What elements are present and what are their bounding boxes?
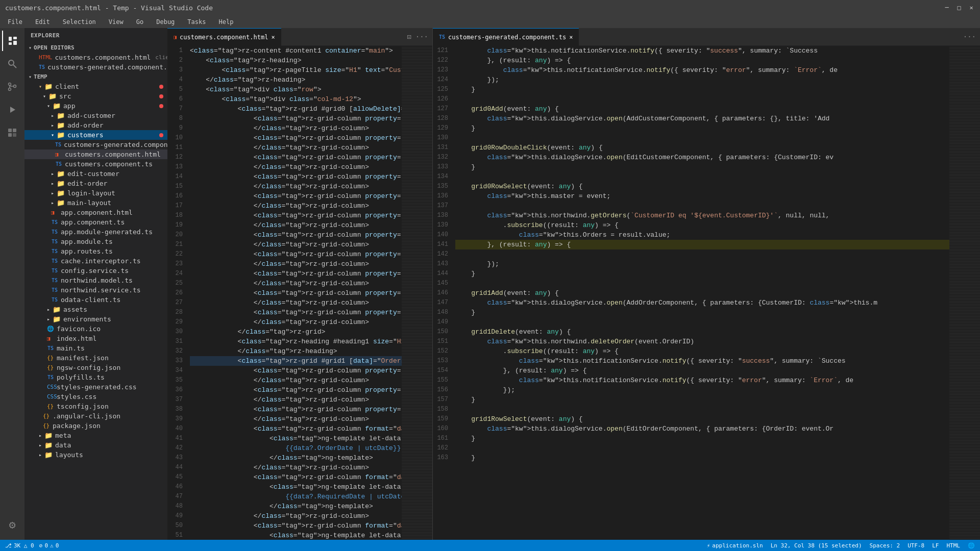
sidebar-file-main-ts[interactable]: TS main.ts [24, 343, 167, 353]
add-customer-folder-icon: 📁 [57, 112, 65, 119]
sidebar-file-app-routes[interactable]: TS app.routes.ts [24, 246, 167, 256]
menu-view[interactable]: View [106, 17, 126, 27]
sidebar-file-customers-html[interactable]: ◨ customers.component.html [24, 149, 167, 159]
ts-icon-oc: TS [51, 297, 58, 303]
sidebar-file-northwind-model[interactable]: TS northwind.model.ts [24, 276, 167, 285]
status-cursor[interactable]: Ln 32, Col 38 (15 selected) [771, 542, 862, 549]
settings-activity-icon[interactable]: ⚙ [2, 514, 22, 535]
source-control-activity-icon[interactable] [2, 77, 22, 97]
status-encoding[interactable]: UTF-8 [908, 542, 924, 549]
status-feedback[interactable]: 🌐 [968, 542, 975, 549]
sidebar-file-cache-interceptor[interactable]: TS cache.interceptor.ts [24, 256, 167, 266]
menu-help[interactable]: Help [216, 17, 236, 27]
sidebar-folder-data[interactable]: 📁 data [24, 440, 167, 450]
sidebar-folder-edit-order[interactable]: 📁 edit-order [24, 179, 167, 188]
temp-section[interactable]: Temp [24, 72, 167, 82]
sidebar-file-app-module-gen[interactable]: TS app.module-generated.ts [24, 227, 167, 237]
error-count: 0 [44, 542, 48, 549]
status-git[interactable]: ⎇ 3K △ 0 [5, 542, 34, 549]
sidebar-folder-environments[interactable]: 📁 environments [24, 314, 167, 324]
sidebar-folder-layouts[interactable]: 📁 layouts [24, 450, 167, 460]
search-activity-icon[interactable] [2, 54, 22, 74]
data-chevron [39, 442, 42, 448]
sidebar-file-config-service[interactable]: TS config.service.ts [24, 266, 167, 276]
minimize-button[interactable]: ─ [943, 4, 950, 11]
open-editor-left[interactable]: HTML customers.component.html client/src… [24, 53, 167, 62]
left-tab-close[interactable]: × [271, 34, 275, 41]
sidebar-file-tsconfig[interactable]: {} tsconfig.json [24, 402, 167, 411]
sidebar-file-manifest-json[interactable]: {} manifest.json [24, 353, 167, 363]
sidebar-file-polyfills[interactable]: TS polyfills.ts [24, 372, 167, 382]
polyfills-label: polyfills.ts [57, 373, 105, 381]
sidebar-file-index-html[interactable]: ◨ index.html [24, 334, 167, 343]
left-tab-html-icon: ◨ [174, 34, 177, 40]
sidebar-folder-customers[interactable]: 📁 customers [24, 130, 167, 140]
layouts-folder-icon: 📁 [44, 451, 53, 459]
sidebar-folder-src[interactable]: 📁 src [24, 91, 167, 101]
left-tab-actions: ⊡ ··· [407, 33, 432, 41]
git-branch-icon: ⎇ [5, 542, 12, 549]
open-editor-right[interactable]: TS customers-generated.component.ts 9 [24, 62, 167, 72]
close-button[interactable]: ✕ [968, 4, 975, 11]
meta-chevron [39, 433, 42, 438]
sidebar-folder-client[interactable]: 📁 client [24, 82, 167, 91]
sidebar-file-styles-css[interactable]: CSS styles.css [24, 392, 167, 402]
sidebar-folder-app[interactable]: 📁 app [24, 101, 167, 111]
right-more-actions-icon[interactable]: ··· [963, 33, 976, 41]
sidebar-file-customers-generated[interactable]: TS customers-generated.component.ts 9 [24, 140, 167, 149]
menu-edit[interactable]: Edit [33, 17, 53, 27]
sidebar-folder-assets[interactable]: 📁 assets [24, 305, 167, 314]
sidebar-folder-meta[interactable]: 📁 meta [24, 431, 167, 440]
sidebar-file-favicon[interactable]: 🌐 favicon.ico [24, 324, 167, 334]
status-left: ⎇ 3K △ 0 ⊘ 0 ⚠ 0 [5, 542, 59, 549]
sidebar-file-app-module[interactable]: TS app.module.ts [24, 237, 167, 246]
sidebar-file-angular-cli[interactable]: {} .angular-cli.json [24, 411, 167, 421]
right-minimap [949, 46, 980, 540]
menu-selection[interactable]: Selection [60, 17, 99, 27]
sidebar-folder-add-customer[interactable]: 📁 add-customer [24, 111, 167, 120]
status-language[interactable]: HTML [947, 542, 961, 549]
sidebar-file-ngsw-config[interactable]: {} ngsw-config.json [24, 363, 167, 372]
sidebar-file-app-ts[interactable]: TS app.component.ts [24, 217, 167, 227]
status-solution[interactable]: ⚡ application.sln [707, 542, 763, 549]
svg-point-4 [9, 60, 14, 65]
menu-tasks[interactable]: Tasks [185, 17, 208, 27]
sidebar-folder-main-layout[interactable]: 📁 main-layout [24, 198, 167, 208]
data-label: data [55, 441, 71, 449]
explorer-activity-icon[interactable] [2, 31, 22, 51]
menu-debug[interactable]: Debug [154, 17, 177, 27]
menu-file[interactable]: File [5, 17, 25, 27]
right-tab-close[interactable]: × [569, 34, 573, 41]
favicon-label: favicon.ico [57, 325, 101, 333]
status-eol[interactable]: LF [932, 542, 939, 549]
sidebar-folder-edit-customer[interactable]: 📁 edit-customer [24, 169, 167, 179]
edit-order-label: edit-order [67, 180, 107, 187]
right-tab-ts[interactable]: TS customers-generated.component.ts × [433, 28, 579, 46]
left-tab-bar: ◨ customers.component.html × ⊡ ··· [167, 28, 432, 46]
index-html-label: index.html [57, 335, 96, 342]
sidebar-file-app-html[interactable]: ◨ app.component.html [24, 208, 167, 217]
debug-activity-icon[interactable] [2, 99, 22, 120]
status-errors[interactable]: ⊘ 0 ⚠ 0 [39, 542, 59, 549]
extensions-activity-icon[interactable] [2, 122, 22, 143]
svg-rect-1 [13, 37, 17, 39]
left-code-content[interactable]: 1234567891011121314151617181920212223242… [167, 46, 432, 540]
sidebar-file-package-json[interactable]: {} package.json [24, 421, 167, 431]
sidebar-file-customers-ts[interactable]: TS customers.component.ts [24, 159, 167, 169]
sidebar-folder-add-order[interactable]: 📁 add-order [24, 120, 167, 130]
right-code-content[interactable]: 1211221231241251261271281291301311321331… [433, 46, 980, 540]
environments-chevron [47, 316, 50, 322]
split-editor-icon[interactable]: ⊡ [407, 33, 411, 41]
sidebar-file-northwind-service[interactable]: TS northwind.service.ts [24, 285, 167, 295]
sidebar-folder-login-layout[interactable]: 📁 login-layout [24, 188, 167, 198]
sidebar-file-odata-client[interactable]: TS odata-client.ts [24, 295, 167, 305]
left-tab-html[interactable]: ◨ customers.component.html × [167, 28, 281, 46]
more-actions-icon[interactable]: ··· [415, 33, 428, 41]
app-badge [159, 104, 163, 108]
menu-go[interactable]: Go [134, 17, 146, 27]
maximize-button[interactable]: □ [955, 4, 963, 11]
sidebar-file-styles-gen-css[interactable]: CSS styles-generated.css [24, 382, 167, 392]
customers-folder-icon: 📁 [57, 131, 65, 139]
open-editors-section[interactable]: Open Editors [24, 43, 167, 53]
status-spaces[interactable]: Spaces: 2 [870, 542, 900, 549]
